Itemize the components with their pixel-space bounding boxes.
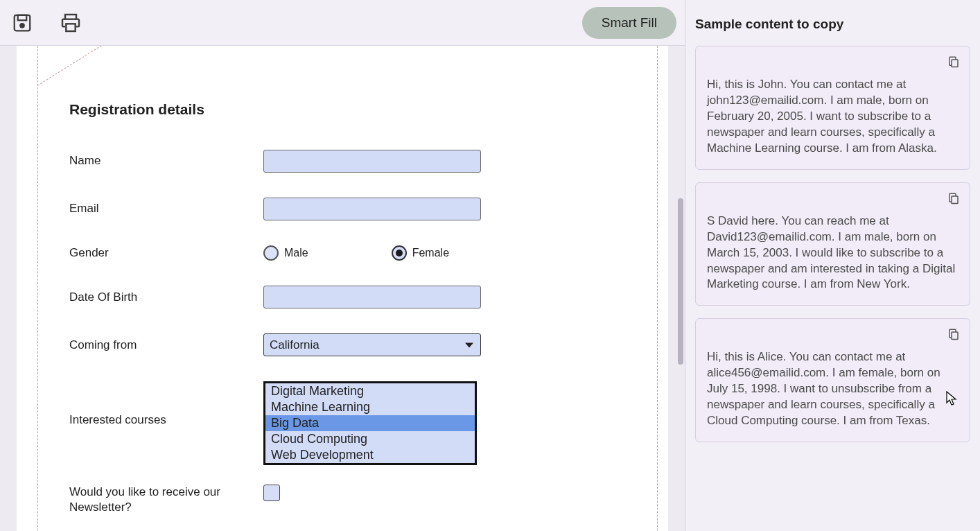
dob-input[interactable]	[263, 286, 481, 308]
course-option[interactable]: Web Development	[265, 447, 475, 463]
sample-card: S David here. You can reach me at David1…	[695, 182, 970, 306]
sample-panel: Sample content to copy Hi, this is John.…	[685, 0, 980, 531]
smart-fill-button[interactable]: Smart Fill	[582, 7, 676, 39]
radio-male[interactable]: Male	[263, 245, 308, 261]
sample-card: Hi, this is John. You can contact me at …	[695, 46, 970, 170]
form-title: Registration details	[69, 101, 615, 118]
svg-point-2	[20, 24, 24, 28]
label-coming-from: Coming from	[69, 338, 263, 353]
label-name: Name	[69, 153, 263, 168]
label-dob: Date Of Birth	[69, 290, 263, 305]
course-option[interactable]: Machine Learning	[265, 399, 475, 415]
sample-text: Hi, this is Alice. You can contact me at…	[707, 349, 959, 429]
sample-card: Hi, this is Alice. You can contact me at…	[695, 318, 970, 442]
svg-rect-7	[952, 332, 958, 340]
save-icon[interactable]	[8, 9, 36, 37]
label-email: Email	[69, 201, 263, 216]
coming-from-select[interactable]: California	[263, 333, 481, 356]
interested-courses-listbox[interactable]: Digital Marketing Machine Learning Big D…	[263, 381, 477, 465]
email-input[interactable]	[263, 198, 481, 220]
radio-female[interactable]: Female	[392, 245, 449, 261]
course-option[interactable]: Big Data	[265, 415, 475, 431]
sample-text: S David here. You can reach me at David1…	[707, 214, 959, 293]
radio-female-label: Female	[412, 247, 449, 259]
copy-icon[interactable]	[947, 191, 960, 208]
scrollbar[interactable]	[678, 198, 683, 365]
svg-rect-3	[65, 15, 76, 19]
sample-panel-title: Sample content to copy	[695, 17, 970, 32]
chevron-down-icon	[465, 342, 473, 347]
label-newsletter: Would you like to receive our Newsletter…	[69, 485, 263, 515]
copy-icon[interactable]	[947, 55, 960, 71]
toolbar: Smart Fill	[0, 0, 685, 46]
coming-from-value: California	[270, 338, 320, 352]
course-option[interactable]: Cloud Computing	[265, 431, 475, 447]
svg-rect-1	[18, 15, 27, 20]
sample-text: Hi, this is John. You can contact me at …	[707, 77, 959, 157]
copy-icon[interactable]	[947, 327, 960, 344]
label-interested-courses: Interested courses	[69, 381, 263, 428]
form-canvas: Registration details Name Email	[0, 46, 685, 531]
svg-rect-5	[952, 60, 958, 67]
svg-rect-4	[66, 24, 75, 31]
newsletter-checkbox[interactable]	[263, 485, 280, 501]
radio-male-label: Male	[284, 247, 308, 259]
svg-rect-6	[952, 196, 958, 204]
name-input[interactable]	[263, 150, 481, 173]
label-gender: Gender	[69, 245, 263, 261]
course-option[interactable]: Digital Marketing	[265, 383, 475, 399]
print-icon[interactable]	[57, 9, 85, 37]
